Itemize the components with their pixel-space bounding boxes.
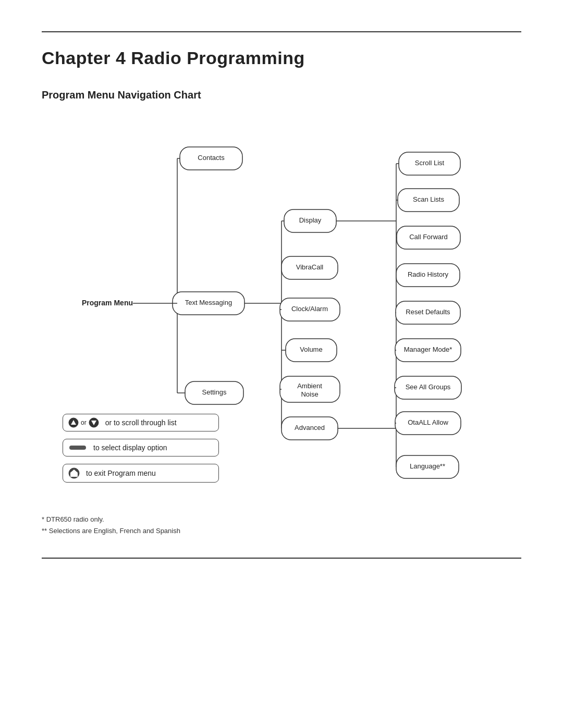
reset-defaults-node: Reset Defaults bbox=[406, 308, 450, 316]
radio-history-node: Radio History bbox=[408, 270, 449, 278]
call-forward-node: Call Forward bbox=[409, 233, 448, 241]
bottom-rule bbox=[42, 558, 521, 559]
settings-node: Settings bbox=[202, 388, 227, 396]
vibracall-node: VibraCall bbox=[296, 263, 324, 271]
footnote-2: ** Selections are English, French and Sp… bbox=[42, 525, 521, 537]
footnotes: * DTR650 radio only. ** Selections are E… bbox=[42, 514, 521, 537]
program-menu-label: Program Menu bbox=[82, 299, 133, 307]
language-node: Language** bbox=[410, 462, 445, 470]
volume-node: Volume bbox=[300, 346, 322, 353]
display-node: Display bbox=[299, 216, 322, 224]
see-all-groups-node: See All Groups bbox=[406, 383, 451, 391]
text-messaging-node: Text Messaging bbox=[185, 299, 232, 306]
scroll-list-node: Scroll List bbox=[415, 159, 445, 167]
contacts-node: Contacts bbox=[198, 154, 225, 162]
otaall-allow-node: OtaALL Allow bbox=[408, 418, 448, 426]
footnote-1: * DTR650 radio only. bbox=[42, 514, 521, 525]
top-rule bbox=[42, 31, 521, 32]
advanced-node: Advanced bbox=[295, 424, 325, 431]
section-title: Program Menu Navigation Chart bbox=[42, 89, 521, 101]
scan-lists-node: Scan Lists bbox=[413, 195, 444, 203]
ambient-noise-node: Ambient bbox=[297, 382, 322, 390]
ambient-noise-label2: Noise bbox=[301, 390, 318, 398]
nav-chart-svg: .node-rect { fill: white; stroke: #333; … bbox=[42, 117, 521, 492]
manager-mode-node: Manager Mode* bbox=[404, 346, 452, 353]
page-container: Chapter 4 Radio Programming Program Menu… bbox=[0, 0, 563, 590]
diagram-area: .node-rect { fill: white; stroke: #333; … bbox=[42, 117, 521, 492]
chapter-title: Chapter 4 Radio Programming bbox=[42, 48, 521, 68]
clock-alarm-node: Clock/Alarm bbox=[291, 305, 328, 313]
